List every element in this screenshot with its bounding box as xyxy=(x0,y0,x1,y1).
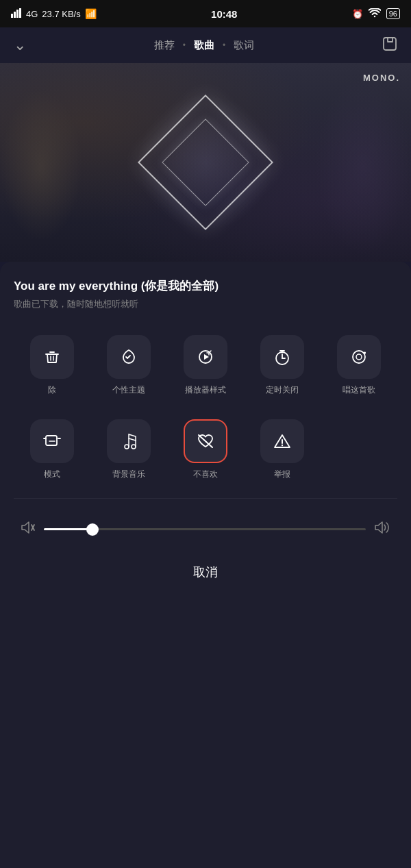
diamond-shape xyxy=(158,114,253,210)
menu-item-mode[interactable]: 模式 xyxy=(14,414,90,491)
svg-rect-4 xyxy=(384,38,396,50)
theme-label: 个性主题 xyxy=(112,384,145,396)
svg-rect-3 xyxy=(19,8,21,18)
loud-icon xyxy=(374,521,390,538)
status-right: ⏰ 96 xyxy=(352,8,400,20)
dislike-icon-box xyxy=(184,419,227,463)
timer-icon-box xyxy=(260,335,304,379)
theme-icon-box xyxy=(107,335,151,379)
svg-point-11 xyxy=(125,445,129,449)
svg-point-9 xyxy=(356,354,362,360)
status-bar: 4G 23.7 KB/s 📶 10:48 ⏰ 96 xyxy=(0,0,411,27)
mode-label: 模式 xyxy=(44,469,60,480)
player-style-icon-box xyxy=(184,335,227,379)
menu-item-empty xyxy=(321,414,397,491)
menu-item-theme[interactable]: 个性主题 xyxy=(90,330,167,407)
svg-rect-0 xyxy=(11,14,13,18)
dislike-label: 不喜欢 xyxy=(193,469,218,480)
menu-row-2: 模式 背景音乐 不喜欢 xyxy=(14,414,397,491)
diamond-outer xyxy=(138,95,273,230)
report-icon-box xyxy=(260,419,304,463)
diamond-inner xyxy=(162,119,249,206)
status-left: 4G 23.7 KB/s 📶 xyxy=(11,8,97,20)
divider xyxy=(14,498,397,499)
status-time: 10:48 xyxy=(211,8,237,20)
bg-music-icon-box xyxy=(107,419,151,463)
sing-icon-box xyxy=(337,335,381,379)
bottom-sheet: You are my everything (你是我的全部) 歌曲已下载，随时随… xyxy=(0,262,411,868)
delete-label: 除 xyxy=(48,384,56,396)
menu-item-sing[interactable]: 唱这首歌 xyxy=(321,330,397,407)
mono-label: MONO. xyxy=(363,73,400,83)
battery-icon: 96 xyxy=(386,8,400,19)
nav-bar: ⌄ 推荐 • 歌曲 • 歌词 xyxy=(0,27,411,63)
creature-right xyxy=(315,77,411,255)
volume-slider-fill xyxy=(44,528,92,530)
menu-item-delete[interactable]: 除 xyxy=(14,330,90,407)
share-button[interactable] xyxy=(382,36,397,55)
sing-label: 唱这首歌 xyxy=(342,384,375,396)
wifi-icon xyxy=(369,8,381,20)
menu-item-bg-music[interactable]: 背景音乐 xyxy=(90,414,167,491)
alarm-icon: ⏰ xyxy=(352,9,363,19)
mode-icon-box xyxy=(30,419,74,463)
volume-slider-track[interactable] xyxy=(44,528,366,530)
bg-music-label: 背景音乐 xyxy=(112,469,145,480)
player-style-label: 播放器样式 xyxy=(185,384,226,396)
creature-left xyxy=(0,90,82,241)
timer-label: 定时关闭 xyxy=(266,384,299,396)
tab-lyrics[interactable]: 歌词 xyxy=(234,39,254,52)
menu-row-1: 除 个性主题 播放器样式 xyxy=(14,330,397,407)
network-speed: 23.7 KB/s xyxy=(42,9,80,19)
menu-item-timer[interactable]: 定时关闭 xyxy=(244,330,321,407)
svg-point-8 xyxy=(353,351,365,363)
report-label: 举报 xyxy=(274,469,290,480)
song-title: You are my everything (你是我的全部) xyxy=(14,278,397,294)
tab-dot-2: • xyxy=(223,40,225,50)
volume-slider-thumb[interactable] xyxy=(86,523,99,536)
svg-point-12 xyxy=(132,445,136,449)
svg-rect-2 xyxy=(16,10,18,18)
network-type: 4G xyxy=(26,9,38,19)
signal-icon xyxy=(11,8,22,20)
tab-dot-1: • xyxy=(183,40,186,50)
volume-row xyxy=(14,501,397,545)
delete-icon-box xyxy=(30,335,74,379)
nav-down-button[interactable]: ⌄ xyxy=(14,36,26,54)
tab-recommend[interactable]: 推荐 xyxy=(154,39,175,52)
nav-tabs: 推荐 • 歌曲 • 歌词 xyxy=(154,39,254,52)
cancel-label: 取消 xyxy=(193,565,218,579)
svg-rect-10 xyxy=(46,436,57,445)
menu-item-report[interactable]: 举报 xyxy=(244,414,321,491)
cancel-button[interactable]: 取消 xyxy=(14,545,397,594)
mute-icon xyxy=(21,521,36,537)
svg-marker-6 xyxy=(204,354,209,360)
data-icon: 📶 xyxy=(85,8,97,19)
menu-item-player-style[interactable]: 播放器样式 xyxy=(167,330,244,407)
menu-item-dislike[interactable]: 不喜欢 xyxy=(167,414,244,491)
song-subtitle: 歌曲已下载，随时随地想听就听 xyxy=(14,298,397,310)
svg-rect-1 xyxy=(14,12,16,18)
svg-point-13 xyxy=(282,445,283,446)
tab-song[interactable]: 歌曲 xyxy=(194,39,214,52)
album-art: MONO. xyxy=(0,63,411,262)
